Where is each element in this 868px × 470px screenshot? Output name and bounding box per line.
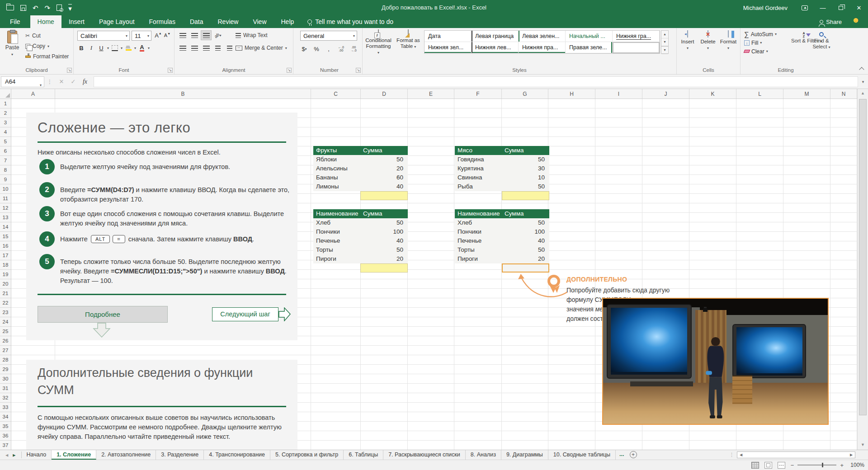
column-header-d[interactable]: D — [361, 89, 408, 99]
formula-target-cell-yellow[interactable] — [360, 263, 408, 273]
ribbon-display-options-button[interactable] — [796, 0, 814, 15]
cell-style-правая-зеле[interactable]: Правая зеле... — [566, 42, 613, 53]
sheet-nav-next-icon[interactable]: ▸ — [13, 451, 15, 458]
format-cells-button[interactable]: Format ▾ — [718, 31, 738, 51]
zoom-level[interactable]: 100% — [849, 462, 864, 468]
cancel-entry-icon[interactable]: ✕ — [56, 78, 67, 85]
scroll-up-icon[interactable]: ▲ — [858, 89, 868, 97]
row-header-6[interactable]: 6 — [0, 146, 11, 156]
formula-target-cell-yellow[interactable] — [360, 191, 408, 200]
confirm-entry-icon[interactable]: ✓ — [67, 78, 79, 85]
format-painter-button[interactable]: Format Painter — [25, 52, 69, 61]
cell-style-нижняя-лев[interactable]: Нижняя лев... — [472, 42, 519, 53]
find-select-button[interactable]: Find & Select ▾ — [812, 32, 831, 50]
row-header-28[interactable]: 28 — [0, 355, 11, 365]
row-header-30[interactable]: 30 — [0, 374, 11, 384]
restore-button[interactable] — [832, 0, 850, 15]
conditional-formatting-button[interactable]: Conditional Formatting ▾ — [364, 30, 392, 56]
row-header-24[interactable]: 24 — [0, 317, 11, 327]
tab-insert[interactable]: Insert — [61, 15, 92, 28]
row-header-31[interactable]: 31 — [0, 384, 11, 393]
row-header-23[interactable]: 23 — [0, 308, 11, 317]
zoom-out-icon[interactable]: − — [791, 462, 794, 469]
row-header-34[interactable]: 34 — [0, 412, 11, 422]
align-top-button[interactable] — [177, 30, 188, 40]
cell-style-левая-граница[interactable]: Левая граница — [472, 31, 519, 42]
clear-button[interactable]: Clear ▾ — [744, 47, 777, 56]
row-header-9[interactable]: 9 — [0, 175, 11, 184]
share-button[interactable]: Share — [820, 15, 842, 28]
column-header-j[interactable]: J — [642, 89, 689, 99]
delete-cells-button[interactable]: Delete ▾ — [698, 31, 718, 51]
row-header-21[interactable]: 21 — [0, 289, 11, 298]
cell-style-начальный[interactable]: Начальный ... — [566, 31, 613, 42]
column-header-b[interactable]: B — [55, 89, 311, 99]
sheet-tab-9-диаграммы[interactable]: 9. Диаграммы — [501, 450, 548, 460]
close-button[interactable]: ✕ — [850, 0, 868, 15]
italic-button[interactable]: I — [87, 43, 95, 52]
autosum-button[interactable]: ∑ AutoSum ▾ — [744, 30, 777, 38]
grow-font-button[interactable]: A▲ — [154, 31, 162, 40]
select-all-corner[interactable] — [0, 89, 11, 99]
row-header-1[interactable]: 1 — [0, 99, 11, 108]
sheet-tab-10-сводные-таблицы[interactable]: 10. Сводные таблицы — [548, 450, 616, 460]
sheet-tab-7-раскрывающиеся-списки[interactable]: 7. Раскрывающиеся списки — [383, 450, 466, 460]
tell-me-box[interactable]: Tell me what you want to do — [307, 15, 393, 28]
number-format-combo[interactable]: General ▾ — [300, 31, 357, 41]
next-step-button[interactable]: Следующий шаг — [212, 307, 278, 321]
column-header-i[interactable]: I — [595, 89, 642, 99]
sheet-tabs-overflow[interactable]: ... — [616, 450, 627, 460]
format-as-table-button[interactable]: Format as Table ▾ — [394, 30, 422, 50]
cell-style-дата[interactable]: Дата — [425, 31, 472, 42]
tab-review[interactable]: Review — [211, 15, 246, 28]
cell-style-blank[interactable] — [613, 42, 660, 53]
tab-data[interactable]: Data — [183, 15, 211, 28]
row-header-19[interactable]: 19 — [0, 270, 11, 279]
orientation-button[interactable]: ab▾ — [212, 30, 223, 40]
align-left-button[interactable] — [177, 43, 188, 53]
row-header-4[interactable]: 4 — [0, 127, 11, 137]
column-header-l[interactable]: L — [736, 89, 783, 99]
scroll-down-icon[interactable]: ▼ — [858, 441, 868, 449]
cell-style-нижняя-зел[interactable]: Нижняя зел... — [425, 42, 472, 53]
font-family-combo[interactable]: Calibri ▾ — [77, 31, 130, 41]
video-overlay[interactable] — [602, 298, 829, 425]
row-header-33[interactable]: 33 — [0, 403, 11, 412]
column-header-f[interactable]: F — [454, 89, 502, 99]
row-header-29[interactable]: 29 — [0, 365, 11, 374]
accounting-format-button[interactable]: $▾ — [300, 44, 308, 53]
sheet-tab-начало[interactable]: Начало — [22, 450, 52, 460]
cell-style-левая-зелен[interactable]: Левая зелен... — [519, 31, 566, 42]
align-bottom-button[interactable] — [201, 30, 212, 40]
sheet-tab-4-транспонирование[interactable]: 4. Транспонирование — [204, 450, 270, 460]
row-header-12[interactable]: 12 — [0, 203, 11, 213]
merge-center-button[interactable]: Merge & Center ▾ — [236, 43, 292, 53]
gallery-up-icon[interactable]: ▲ — [661, 31, 668, 38]
column-header-e[interactable]: E — [408, 89, 454, 99]
vertical-scroll-thumb[interactable] — [859, 99, 867, 415]
row-header-14[interactable]: 14 — [0, 222, 11, 232]
name-box[interactable]: A64 ▾ — [1, 76, 44, 87]
column-header-a[interactable]: A — [11, 89, 55, 99]
row-header-10[interactable]: 10 — [0, 184, 11, 194]
row-header-20[interactable]: 20 — [0, 279, 11, 289]
wrap-text-button[interactable]: Wrap Text — [236, 30, 292, 40]
new-sheet-button[interactable]: + — [630, 451, 637, 458]
zoom-slider[interactable]: − + — [791, 462, 844, 469]
insert-function-icon[interactable]: fx — [79, 78, 91, 85]
sheet-nav-prev-icon[interactable]: ◂ — [5, 451, 8, 458]
font-color-button[interactable]: A — [138, 43, 146, 52]
tab-page-layout[interactable]: Page Layout — [92, 15, 142, 28]
more-details-button[interactable]: Подробнее — [38, 306, 168, 323]
formula-input[interactable] — [94, 76, 858, 87]
comma-style-button[interactable]: , — [325, 44, 333, 53]
number-dialog-launcher[interactable]: ↘ — [356, 68, 361, 73]
vertical-scrollbar[interactable]: ▲ ▼ — [857, 89, 868, 450]
page-break-view-button[interactable] — [778, 462, 785, 469]
column-header-k[interactable]: K — [689, 89, 736, 99]
increase-indent-button[interactable] — [224, 43, 235, 53]
row-header-37[interactable]: 37 — [0, 441, 11, 450]
row-header-17[interactable]: 17 — [0, 251, 11, 260]
row-header-25[interactable]: 25 — [0, 327, 11, 336]
sheet-tab-2-автозаполнение[interactable]: 2. Автозаполнение — [96, 450, 156, 460]
